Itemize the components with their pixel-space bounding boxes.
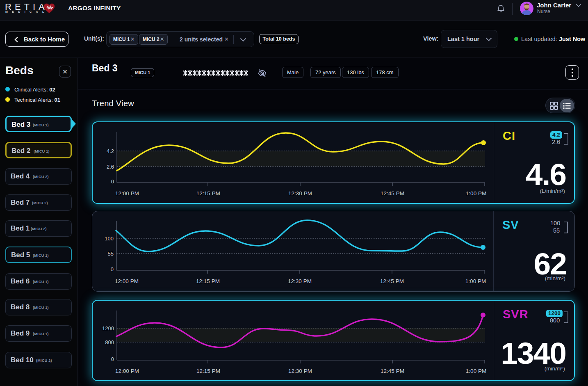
svg-text:0: 0 [111, 266, 114, 272]
svg-text:0: 0 [111, 356, 114, 362]
svg-text:1:00 PM: 1:00 PM [466, 190, 486, 196]
svg-text:12:00 PM: 12:00 PM [115, 368, 139, 374]
svg-text:55: 55 [108, 251, 114, 257]
svg-text:12:00 PM: 12:00 PM [115, 190, 139, 196]
svg-text:4.2: 4.2 [107, 148, 114, 154]
svg-text:12:15 PM: 12:15 PM [196, 190, 220, 196]
svg-text:12:15 PM: 12:15 PM [196, 368, 220, 374]
svg-text:12:45 PM: 12:45 PM [380, 278, 404, 284]
svg-text:12:00 PM: 12:00 PM [115, 278, 139, 284]
svg-text:2.6: 2.6 [107, 164, 114, 170]
svg-text:1200: 1200 [102, 325, 114, 331]
svg-text:100: 100 [105, 235, 114, 242]
svg-text:800: 800 [105, 339, 114, 345]
svg-text:1:00 PM: 1:00 PM [466, 368, 486, 374]
svg-text:12:30 PM: 12:30 PM [288, 368, 312, 374]
svg-text:12:45 PM: 12:45 PM [381, 368, 404, 374]
svg-text:1:00 PM: 1:00 PM [465, 278, 486, 284]
svg-text:12:45 PM: 12:45 PM [381, 190, 404, 196]
svg-text:12:30 PM: 12:30 PM [288, 190, 312, 196]
svg-text:12:30 PM: 12:30 PM [288, 278, 312, 284]
svg-text:12:15 PM: 12:15 PM [196, 278, 220, 284]
svg-text:0: 0 [111, 178, 114, 185]
